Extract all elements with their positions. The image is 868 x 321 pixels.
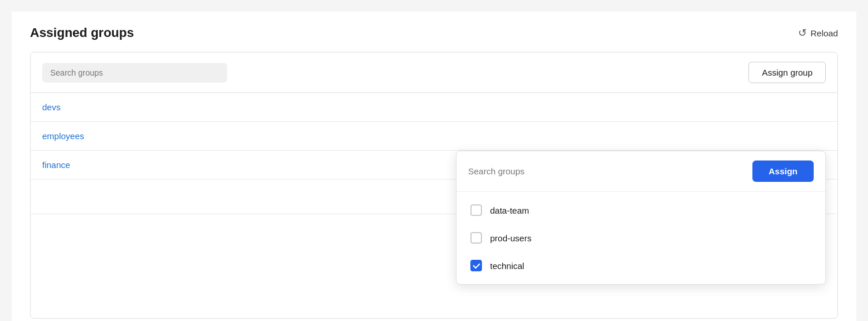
page-container: Assigned groups ↺ Reload Assign group de… <box>12 12 856 321</box>
list-item[interactable]: data-team <box>457 196 825 224</box>
dropdown-header: Assign <box>457 151 825 192</box>
page-header: Assigned groups ↺ Reload <box>30 25 838 40</box>
dropdown-items: data-team prod-users technical <box>457 192 825 284</box>
main-panel: Assign group devs employees finance Assi… <box>30 52 838 319</box>
prod-users-label: prod-users <box>490 233 532 243</box>
prod-users-checkbox[interactable] <box>470 232 482 244</box>
reload-button[interactable]: ↺ Reload <box>798 27 838 39</box>
dropdown-search-input[interactable] <box>468 166 745 176</box>
technical-checkbox[interactable] <box>470 260 482 271</box>
group-name-employees: employees <box>42 131 84 141</box>
toolbar: Assign group <box>31 53 837 93</box>
group-name-devs: devs <box>42 102 61 112</box>
list-item[interactable]: technical <box>457 252 825 279</box>
group-name-finance: finance <box>42 160 70 170</box>
search-input[interactable] <box>42 63 227 83</box>
technical-label: technical <box>490 261 524 271</box>
table-row[interactable]: employees <box>31 122 837 151</box>
list-item[interactable]: prod-users <box>457 224 825 252</box>
data-team-label: data-team <box>490 206 529 215</box>
assign-group-button[interactable]: Assign group <box>748 62 826 83</box>
assign-button[interactable]: Assign <box>752 160 814 182</box>
page-title: Assigned groups <box>30 25 134 40</box>
reload-label: Reload <box>810 28 838 38</box>
data-team-checkbox[interactable] <box>470 204 482 216</box>
table-row[interactable]: devs <box>31 93 837 122</box>
assign-dropdown-panel: Assign data-team prod-users technical <box>456 151 826 285</box>
reload-icon: ↺ <box>798 27 807 39</box>
